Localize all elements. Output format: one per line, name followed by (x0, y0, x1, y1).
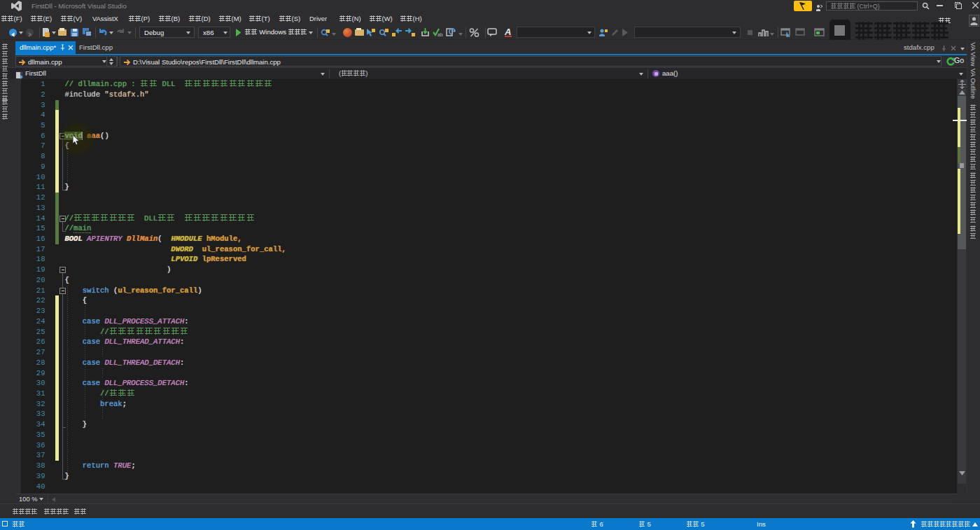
svg-text:abc: abc (438, 32, 443, 37)
